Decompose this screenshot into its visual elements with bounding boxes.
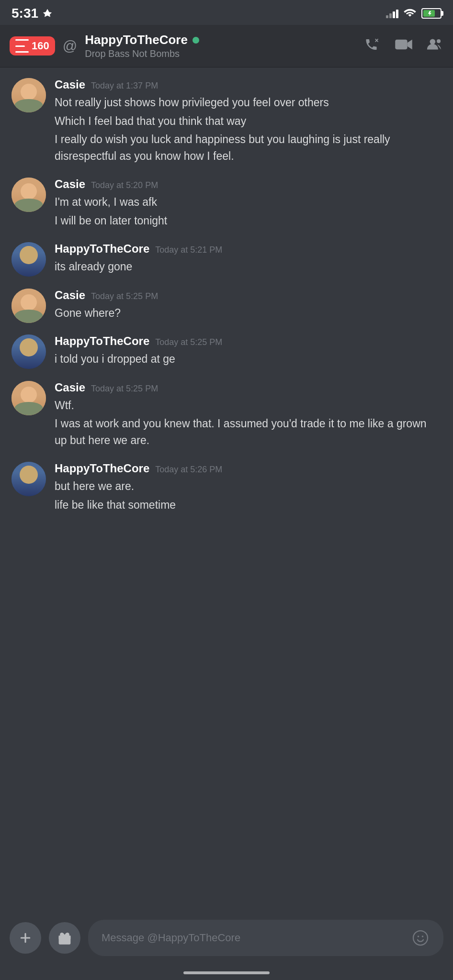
message-author: HappyToTheCore: [55, 334, 149, 348]
message-content: Casie Today at 5:25 PM Gone where?: [55, 289, 442, 323]
gift-button[interactable]: [49, 922, 80, 954]
message-content: HappyToTheCore Today at 5:25 PM i told y…: [55, 334, 442, 369]
message-text: Wtf.: [55, 397, 442, 414]
emoji-icon: [412, 929, 429, 947]
members-icon[interactable]: [426, 37, 443, 55]
svg-point-1: [430, 39, 436, 45]
message-author: HappyToTheCore: [55, 462, 149, 475]
message-author: Casie: [55, 381, 85, 394]
message-header: Casie Today at 5:25 PM: [55, 381, 442, 394]
notification-button[interactable]: 160: [10, 36, 55, 56]
input-bar: Message @HappyToTheCore: [0, 910, 453, 980]
message-author: HappyToTheCore: [55, 242, 149, 256]
avatar: [11, 381, 46, 415]
message-header: Casie Today at 1:37 PM: [55, 78, 442, 91]
svg-point-6: [422, 935, 424, 937]
message-group: Casie Today at 5:25 PM Wtf. I was at wor…: [0, 375, 453, 457]
avatar: [11, 334, 46, 369]
message-group: Casie Today at 1:37 PM Not really just s…: [0, 72, 453, 172]
message-text: i told you i dropped at ge: [55, 351, 442, 368]
svg-rect-0: [395, 39, 407, 49]
message-author: Casie: [55, 78, 85, 91]
message-content: HappyToTheCore Today at 5:21 PM its alre…: [55, 242, 442, 277]
message-content: Casie Today at 1:37 PM Not really just s…: [55, 78, 442, 166]
at-icon: @: [63, 38, 77, 54]
message-author: Casie: [55, 178, 85, 191]
notification-count: 160: [32, 40, 49, 52]
channel-subtitle: Drop Bass Not Bombs: [85, 48, 356, 59]
message-text: I'm at work, I was afk: [55, 194, 442, 211]
message-text: Which I feel bad that you think that way: [55, 113, 442, 130]
battery-icon: [421, 8, 442, 19]
message-group: Casie Today at 5:25 PM Gone where?: [0, 283, 453, 329]
message-content: Casie Today at 5:25 PM Wtf. I was at wor…: [55, 381, 442, 451]
header-actions: [364, 37, 443, 56]
svg-point-4: [413, 931, 428, 945]
messages-container: Casie Today at 1:37 PM Not really just s…: [0, 67, 453, 607]
message-header: Casie Today at 5:25 PM: [55, 289, 442, 302]
avatar: [11, 242, 46, 277]
message-header: HappyToTheCore Today at 5:25 PM: [55, 334, 442, 348]
message-group: HappyToTheCore Today at 5:21 PM its alre…: [0, 236, 453, 283]
message-text: Gone where?: [55, 305, 442, 322]
message-text: Not really just shows how privileged you…: [55, 94, 442, 111]
status-time: 5:31: [11, 6, 53, 21]
avatar: [11, 78, 46, 112]
message-header: Casie Today at 5:20 PM: [55, 178, 442, 191]
message-group: HappyToTheCore Today at 5:26 PM but here…: [0, 456, 453, 521]
signal-icon: [386, 9, 398, 18]
svg-point-5: [418, 935, 419, 937]
channel-name: HappyToTheCore: [85, 33, 356, 47]
channel-info: HappyToTheCore Drop Bass Not Bombs: [85, 33, 356, 59]
hamburger-icon: [15, 39, 29, 53]
message-group: Casie Today at 5:20 PM I'm at work, I wa…: [0, 172, 453, 236]
message-content: Casie Today at 5:20 PM I'm at work, I wa…: [55, 178, 442, 231]
status-bar: 5:31: [0, 0, 453, 25]
message-text: I will be on later tonight: [55, 212, 442, 229]
message-input-field[interactable]: Message @HappyToTheCore: [88, 920, 443, 956]
message-content: HappyToTheCore Today at 5:26 PM but here…: [55, 462, 442, 515]
time-display: 5:31: [11, 6, 38, 21]
message-placeholder: Message @HappyToTheCore: [102, 932, 403, 944]
svg-point-2: [437, 39, 441, 43]
message-author: Casie: [55, 289, 85, 302]
home-indicator: [183, 971, 270, 974]
avatar: [11, 289, 46, 323]
online-indicator: [193, 37, 199, 44]
gift-icon: [57, 931, 72, 945]
call-icon[interactable]: [364, 37, 381, 56]
message-text: I was at work and you knew that. I assum…: [55, 415, 442, 448]
message-text: life be like that sometime: [55, 497, 442, 513]
message-text: I really do wish you luck and happiness …: [55, 131, 442, 164]
avatar: [11, 178, 46, 212]
wifi-icon: [403, 7, 417, 20]
message-group: HappyToTheCore Today at 5:25 PM i told y…: [0, 329, 453, 375]
add-button[interactable]: [10, 922, 41, 954]
message-text: but here we are.: [55, 478, 442, 495]
plus-icon: [18, 931, 33, 945]
location-icon: [42, 8, 53, 19]
message-text: its already gone: [55, 258, 442, 275]
emoji-button[interactable]: [411, 928, 430, 947]
charging-icon: [426, 11, 432, 16]
message-header: HappyToTheCore Today at 5:21 PM: [55, 242, 442, 256]
message-header: HappyToTheCore Today at 5:26 PM: [55, 462, 442, 475]
avatar: [11, 462, 46, 496]
chat-header: 160 @ HappyToTheCore Drop Bass Not Bombs: [0, 25, 453, 67]
status-icons: [386, 7, 442, 20]
video-icon[interactable]: [395, 37, 413, 55]
